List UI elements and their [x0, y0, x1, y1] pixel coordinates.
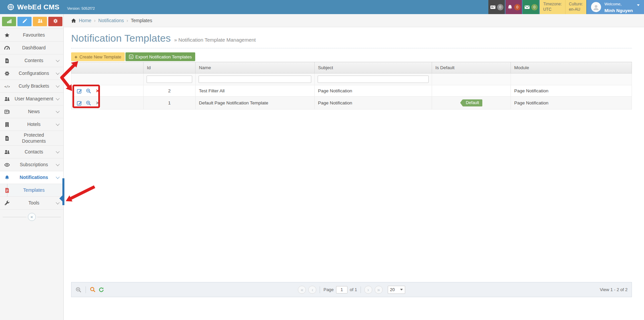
cell-module: Page Notification: [511, 85, 632, 97]
sidebar-item[interactable]: User Management: [0, 93, 63, 105]
menu-item-label: Favourites: [12, 31, 56, 40]
chevron-down-icon: [400, 289, 403, 290]
timezone-value: UTC: [543, 7, 562, 12]
refresh-icon[interactable]: [99, 287, 104, 292]
page-number-input[interactable]: [336, 286, 347, 293]
create-button-label: Create New Template: [79, 54, 121, 59]
cell-name: Default Page Notification Template: [196, 97, 315, 109]
first-page-button[interactable]: «: [298, 286, 306, 294]
templates-table: Id Name Subject Is Default Module: [71, 62, 632, 109]
user-name: Minh Nguyen: [604, 8, 633, 13]
pencil-icon: [22, 18, 27, 25]
quick-button[interactable]: [48, 17, 62, 26]
sidebar-item[interactable]: DashBoard: [0, 42, 63, 54]
delete-icon[interactable]: ×: [95, 88, 100, 94]
document-icon: [4, 136, 12, 141]
svg-text:x: x: [130, 55, 132, 58]
edit-icon[interactable]: [77, 100, 82, 106]
count-badge: 0: [514, 4, 521, 10]
zoom-plus-icon[interactable]: [86, 88, 91, 94]
user-menu[interactable]: Welcome, Minh Nguyen: [587, 0, 644, 14]
sidebar-item[interactable]: Configurations: [0, 67, 63, 80]
menu-item-label: Protected Documents: [12, 131, 56, 145]
sidebar-item[interactable]: Hotels: [0, 118, 63, 131]
page-size-value: 20: [390, 287, 395, 292]
toolbar: + Create New Template x Export Notificat…: [71, 52, 632, 61]
export-notification-templates-button[interactable]: x Export Notification Templates: [125, 52, 195, 61]
sidebar-item[interactable]: </> Curly Brackets: [0, 80, 63, 93]
menu-item-label: Templates: [12, 186, 56, 195]
prev-page-button[interactable]: ‹: [308, 286, 316, 294]
menu-item-label: Contents: [12, 56, 56, 65]
quick-button[interactable]: [2, 17, 16, 26]
avatar: [591, 2, 601, 12]
quick-button[interactable]: [33, 17, 47, 26]
brand: WebEd CMS Version: 5052f72: [0, 3, 95, 11]
topbar-stat-button[interactable]: 0: [505, 0, 522, 14]
last-page-button[interactable]: »: [375, 286, 383, 294]
filter-id-input[interactable]: [147, 76, 192, 83]
culture-label: Culture:: [569, 2, 583, 7]
zoom-plus-icon[interactable]: [75, 287, 82, 293]
table-row: × 2 Test Filter All Page Notification Pa…: [71, 85, 632, 97]
bell-icon: [4, 175, 12, 180]
breadcrumb-notifications[interactable]: Notifications: [98, 18, 124, 23]
topbar-stat-button[interactable]: 0: [523, 0, 539, 14]
sidebar-item[interactable]: Templates: [0, 184, 63, 197]
breadcrumb-home[interactable]: Home: [79, 18, 91, 23]
menu-item-label: News: [12, 107, 56, 116]
person-icon: [593, 4, 599, 12]
sidebar-item[interactable]: Tools: [0, 197, 63, 210]
users-icon: [38, 18, 43, 25]
sidebar-item[interactable]: Contents: [0, 54, 63, 67]
column-header-subject[interactable]: Subject: [315, 62, 432, 74]
users-icon: [4, 96, 12, 102]
sidebar-item[interactable]: Notifications: [0, 171, 63, 184]
wrench-icon: [4, 200, 12, 206]
sidebar-item[interactable]: Protected Documents: [0, 131, 63, 146]
pager-bar: « ‹ Page of 1 › » 20 View 1 - 2 of 2: [71, 282, 632, 297]
culture-value: en-AU: [569, 7, 583, 12]
next-page-button[interactable]: ›: [364, 286, 372, 294]
filter-name-input[interactable]: [199, 76, 311, 83]
globe-icon: [7, 4, 14, 10]
home-icon: [71, 18, 76, 23]
column-header-isdefault[interactable]: Is Default: [432, 62, 511, 74]
envelope-icon: [524, 4, 530, 10]
page-size-select[interactable]: 20: [388, 286, 405, 294]
topbar-stat-button[interactable]: 0: [488, 0, 505, 14]
top-bar: WebEd CMS Version: 5052f72 0 0 0: [0, 0, 644, 14]
file-red-icon: [4, 188, 12, 193]
breadcrumb-separator: ›: [94, 18, 96, 23]
menu-item-label: User Management: [12, 95, 56, 103]
sidebar-menu: Favourites DashBoard Contents: [0, 29, 63, 210]
filter-subject-input[interactable]: [318, 76, 429, 83]
menu-item-label: Contacts: [12, 148, 56, 156]
edit-icon[interactable]: [77, 88, 82, 94]
timezone-label: Timezone:: [543, 2, 562, 7]
column-header-name[interactable]: Name: [196, 62, 315, 74]
bell-icon: [507, 4, 513, 10]
quick-button[interactable]: [17, 17, 32, 26]
column-header-module[interactable]: Module: [511, 62, 632, 74]
sidebar-item[interactable]: Favourites: [0, 29, 63, 42]
breadcrumb-separator: ›: [126, 18, 128, 23]
zoom-plus-icon[interactable]: [86, 100, 91, 106]
create-new-template-button[interactable]: + Create New Template: [71, 52, 125, 61]
chevron-down-icon: [637, 4, 640, 6]
table-row: × 1 Default Page Notification Template P…: [71, 97, 632, 109]
main-area: Home › Notifications › Templates Notific…: [64, 14, 644, 320]
menu-item-label: Tools: [12, 199, 56, 208]
sidebar-item[interactable]: News: [0, 105, 63, 118]
cell-name: Test Filter All: [196, 85, 315, 97]
card-icon: [490, 4, 496, 10]
menu-item-label: Hotels: [12, 120, 56, 129]
sidebar-item[interactable]: Subscriptions: [0, 158, 63, 171]
row-actions: ×: [75, 88, 140, 94]
delete-icon[interactable]: ×: [95, 100, 100, 106]
search-icon[interactable]: [90, 287, 96, 292]
topbar-right: 0 0 0 Timezone: UTC Culture:: [488, 0, 644, 14]
sidebar-item[interactable]: Contacts: [0, 146, 63, 158]
column-header-id[interactable]: Id: [144, 62, 196, 74]
sidebar-collapse-button[interactable]: «: [28, 213, 36, 221]
